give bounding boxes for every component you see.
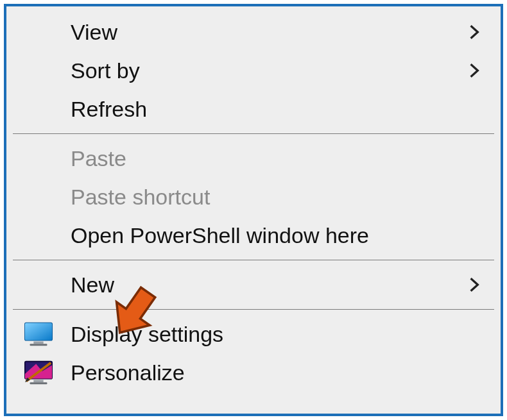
menu-item-label: Display settings [71, 322, 483, 347]
menu-item-label: Sort by [71, 58, 466, 83]
menu-item-label: Personalize [71, 360, 483, 385]
menu-item-open-powershell[interactable]: Open PowerShell window here [6, 216, 501, 255]
menu-item-display-settings[interactable]: Display settings [6, 315, 501, 353]
menu-item-label: Paste [71, 146, 483, 171]
desktop-context-menu: View Sort by Refresh Paste Paste shortcu… [4, 4, 503, 416]
menu-item-new[interactable]: New [6, 265, 501, 304]
chevron-right-icon [466, 62, 483, 79]
menu-separator [13, 260, 494, 260]
icon-slot [6, 321, 71, 347]
menu-item-personalize[interactable]: Personalize [6, 353, 501, 392]
menu-item-view[interactable]: View [6, 13, 501, 51]
chevron-right-icon [466, 276, 483, 293]
menu-item-label: Open PowerShell window here [71, 223, 483, 248]
menu-separator [13, 309, 494, 310]
menu-item-paste-shortcut: Paste shortcut [6, 178, 501, 216]
menu-item-label: Refresh [71, 97, 483, 122]
menu-item-refresh[interactable]: Refresh [6, 90, 501, 128]
monitor-icon [24, 321, 53, 347]
menu-item-label: New [71, 273, 466, 298]
svg-rect-7 [33, 342, 43, 344]
svg-rect-6 [25, 323, 52, 340]
menu-item-sort-by[interactable]: Sort by [6, 51, 501, 90]
chevron-right-icon [466, 24, 483, 40]
menu-separator [13, 133, 494, 134]
svg-rect-8 [30, 344, 47, 346]
svg-rect-10 [33, 380, 43, 383]
menu-item-label: Paste shortcut [71, 185, 483, 210]
menu-item-label: View [71, 20, 466, 45]
svg-rect-11 [30, 382, 47, 384]
menu-item-paste: Paste [6, 139, 501, 178]
personalize-icon [24, 360, 53, 385]
icon-slot [6, 360, 71, 385]
